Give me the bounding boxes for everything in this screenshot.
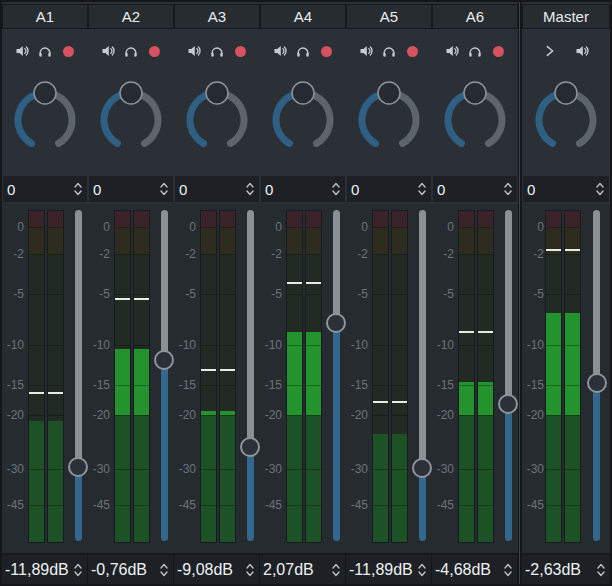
volume-fader[interactable] (325, 204, 349, 553)
volume-fader[interactable] (411, 204, 435, 553)
gain-spinbox[interactable]: -2,63dB (522, 553, 610, 584)
spinbox-arrows[interactable] (157, 561, 171, 579)
volume-fader[interactable] (153, 204, 177, 553)
spinbox-arrows[interactable] (593, 180, 607, 198)
spinbox-arrows[interactable] (415, 180, 429, 198)
spinbox-arrows[interactable] (71, 561, 85, 579)
knob-pointer[interactable] (120, 82, 142, 104)
speaker-icon[interactable] (357, 42, 375, 60)
gain-knob[interactable] (174, 74, 260, 160)
speaker-icon[interactable] (185, 42, 203, 60)
fader-track-upper[interactable] (419, 210, 426, 468)
volume-fader[interactable] (239, 204, 263, 553)
fader-track-upper[interactable] (505, 210, 512, 404)
spinbox-arrows[interactable] (501, 180, 515, 198)
fader-handle[interactable] (412, 458, 432, 478)
spinbox-arrows[interactable] (243, 561, 257, 579)
fader-track-upper[interactable] (161, 210, 168, 360)
spinbox-arrows[interactable] (157, 180, 171, 198)
strip-icon-row (180, 38, 254, 64)
record-icon[interactable] (231, 42, 249, 60)
knob-spinbox[interactable]: 0 (175, 176, 259, 202)
fader-handle[interactable] (240, 437, 260, 457)
fader-track-lower[interactable] (505, 404, 512, 541)
gain-spinbox[interactable]: -11,89dB (346, 553, 432, 584)
gain-knob[interactable] (522, 74, 610, 160)
fader-track-lower[interactable] (75, 467, 82, 541)
spinbox-arrows[interactable] (329, 561, 343, 579)
knob-spinbox[interactable]: 0 (523, 176, 609, 202)
strip-tab[interactable]: Master (522, 4, 610, 29)
strip-tab[interactable]: A6 (432, 4, 518, 29)
gain-spinbox[interactable]: 2,07dB (260, 553, 346, 584)
knob-pointer[interactable] (464, 82, 486, 104)
knob-pointer[interactable] (555, 82, 577, 104)
spinbox-arrows[interactable] (501, 561, 515, 579)
speaker-icon[interactable] (573, 42, 591, 60)
knob-spinbox[interactable]: 0 (261, 176, 345, 202)
gain-knob[interactable] (2, 74, 88, 160)
knob-spinbox[interactable]: 0 (89, 176, 173, 202)
record-icon[interactable] (403, 42, 421, 60)
speaker-icon[interactable] (99, 42, 117, 60)
strip-tab[interactable]: A2 (88, 4, 174, 29)
expand-icon[interactable] (541, 42, 559, 60)
fader-track-lower[interactable] (593, 383, 600, 541)
gain-spinbox[interactable]: -9,08dB (174, 553, 260, 584)
volume-fader[interactable] (67, 204, 91, 553)
fader-handle[interactable] (154, 350, 174, 370)
fader-track-lower[interactable] (333, 323, 340, 541)
fader-track-lower[interactable] (419, 468, 426, 541)
fader-track-lower[interactable] (161, 360, 168, 541)
knob-pointer[interactable] (206, 82, 228, 104)
record-icon[interactable] (489, 42, 507, 60)
speaker-icon[interactable] (13, 42, 31, 60)
knob-spinbox[interactable]: 0 (3, 176, 87, 202)
headphones-icon[interactable] (294, 42, 312, 60)
spinbox-arrows[interactable] (329, 180, 343, 198)
headphones-icon[interactable] (380, 42, 398, 60)
gain-spinbox[interactable]: -4,68dB (432, 553, 518, 584)
knob-spinbox[interactable]: 0 (347, 176, 431, 202)
headphones-icon[interactable] (208, 42, 226, 60)
strip-tab[interactable]: A3 (174, 4, 260, 29)
knob-pointer[interactable] (378, 82, 400, 104)
gain-spinbox[interactable]: -0,76dB (88, 553, 174, 584)
fader-handle[interactable] (68, 457, 88, 477)
spinbox-arrows[interactable] (594, 561, 608, 579)
spinbox-arrows[interactable] (415, 561, 429, 579)
strip-tab[interactable]: A1 (2, 4, 88, 29)
speaker-icon[interactable] (443, 42, 461, 60)
gain-knob[interactable] (346, 74, 432, 160)
headphones-icon[interactable] (122, 42, 140, 60)
volume-fader[interactable] (497, 204, 521, 553)
strip-tab[interactable]: A4 (260, 4, 346, 29)
scale-tick: -30 (260, 461, 282, 477)
headphones-icon[interactable] (466, 42, 484, 60)
fader-track-upper[interactable] (75, 210, 82, 467)
fader-track-upper[interactable] (333, 210, 340, 323)
gain-knob[interactable] (88, 74, 174, 160)
gain-knob[interactable] (432, 74, 518, 160)
record-icon[interactable] (59, 42, 77, 60)
record-icon[interactable] (145, 42, 163, 60)
strip-tab[interactable]: A5 (346, 4, 432, 29)
fader-track-lower[interactable] (247, 447, 254, 541)
fader-handle[interactable] (326, 313, 346, 333)
headphones-icon[interactable] (36, 42, 54, 60)
gain-spinbox[interactable]: -11,89dB (2, 553, 88, 584)
spinbox-arrows[interactable] (71, 180, 85, 198)
strip-name: A2 (122, 8, 140, 25)
knob-pointer[interactable] (34, 82, 56, 104)
volume-fader[interactable] (585, 204, 609, 553)
fader-handle[interactable] (498, 394, 518, 414)
fader-track-upper[interactable] (593, 210, 600, 383)
speaker-icon[interactable] (271, 42, 289, 60)
record-icon[interactable] (317, 42, 335, 60)
knob-spinbox[interactable]: 0 (433, 176, 517, 202)
spinbox-arrows[interactable] (243, 180, 257, 198)
knob-pointer[interactable] (292, 82, 314, 104)
gain-knob[interactable] (260, 74, 346, 160)
fader-handle[interactable] (587, 373, 607, 393)
fader-track-upper[interactable] (247, 210, 254, 447)
